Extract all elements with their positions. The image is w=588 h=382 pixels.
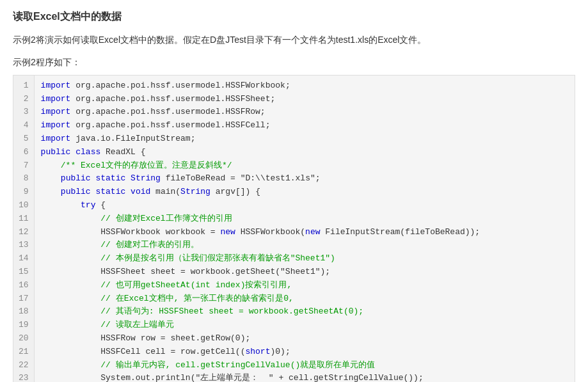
description: 示例2将演示如何读取Excel文档中的数据。假定在D盘JTest目录下有一个文件… [13, 33, 575, 48]
subtitle: 示例2程序如下： [13, 57, 575, 68]
line-numbers: 1234567891011121314151617181920212223242… [13, 76, 35, 382]
page-title: 读取Excel文档中的数据 [13, 10, 575, 24]
code-block: 1234567891011121314151617181920212223242… [13, 75, 575, 382]
code-content: import org.apache.poi.hssf.usermodel.HSS… [35, 76, 575, 382]
